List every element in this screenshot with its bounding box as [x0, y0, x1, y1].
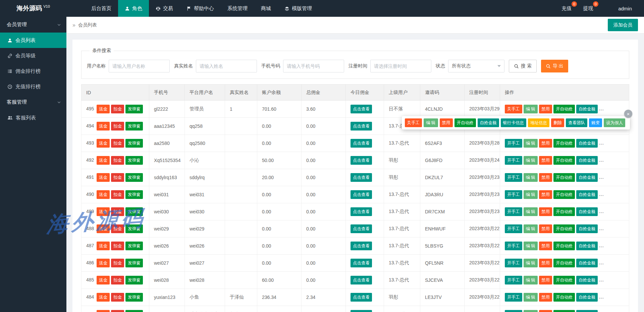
edit-button[interactable]: 编 辑: [524, 276, 538, 284]
grab-amount-button[interactable]: 自抢金额: [576, 173, 598, 182]
nav-item-help[interactable]: 帮助中心: [180, 0, 221, 17]
popup-edit-button[interactable]: 编 辑: [424, 118, 438, 127]
view-today-commission-button[interactable]: 点击查看: [351, 156, 372, 165]
popup-manual-toggle-button[interactable]: 关手工: [405, 118, 422, 127]
popup-close-button[interactable]: ×: [624, 110, 632, 118]
grab-amount-button[interactable]: 自抢金额: [576, 190, 598, 199]
deduct-money-button[interactable]: 扣金: [111, 276, 124, 284]
auto-grab-button[interactable]: 开自动抢: [553, 293, 575, 302]
deduct-money-button[interactable]: 扣金: [111, 173, 124, 182]
view-today-commission-button[interactable]: 点击查看: [351, 190, 372, 199]
deduct-money-button[interactable]: 扣金: [111, 156, 124, 165]
search-input-username[interactable]: [109, 60, 170, 72]
send-money-button[interactable]: 送金: [97, 259, 110, 267]
sidebar-item-commission-ranking[interactable]: 佣金排行榜: [0, 63, 66, 79]
send-money-button[interactable]: 送金: [97, 276, 110, 284]
grab-amount-button[interactable]: 自抢金额: [576, 276, 598, 284]
grab-amount-button[interactable]: 自抢金额: [576, 259, 598, 267]
disable-button[interactable]: 禁用: [539, 190, 552, 199]
view-today-commission-button[interactable]: 点击查看: [351, 122, 372, 131]
popup-address-info-button[interactable]: 地址信息: [528, 118, 549, 127]
deduct-money-button[interactable]: 扣金: [111, 139, 124, 148]
edit-button[interactable]: 编 辑: [524, 190, 538, 199]
deduct-money-button[interactable]: 扣金: [111, 207, 124, 216]
send-popup-button[interactable]: 发弹窗: [125, 224, 143, 233]
sidebar-item-member-level[interactable]: 会员等级: [0, 48, 66, 63]
send-money-button[interactable]: 送金: [97, 156, 110, 165]
send-popup-button[interactable]: 发弹窗: [125, 139, 143, 148]
withdraw-nav-item[interactable]: 提现 0: [577, 0, 599, 17]
more-actions-button[interactable]: ...: [599, 157, 604, 163]
deduct-money-button[interactable]: 扣金: [111, 122, 124, 131]
disable-button[interactable]: 禁用: [539, 259, 552, 267]
edit-button[interactable]: 编 辑: [524, 242, 538, 250]
send-popup-button[interactable]: 发弹窗: [125, 276, 143, 284]
auto-grab-button[interactable]: 开自动抢: [553, 190, 575, 199]
recharge-nav-item[interactable]: 充值 0: [556, 0, 577, 17]
admin-menu[interactable]: admin: [610, 0, 640, 17]
auto-grab-button[interactable]: 开自动抢: [553, 242, 575, 250]
auto-grab-button[interactable]: 开自动抢: [553, 105, 575, 113]
edit-button[interactable]: 编 辑: [524, 139, 538, 148]
deduct-money-button[interactable]: 扣金: [111, 242, 124, 250]
send-money-button[interactable]: 送金: [97, 242, 110, 250]
send-popup-button[interactable]: 发弹窗: [125, 190, 143, 199]
view-today-commission-button[interactable]: 点击查看: [351, 224, 372, 233]
disable-button[interactable]: 禁用: [539, 105, 552, 113]
more-actions-button[interactable]: ...: [599, 192, 604, 197]
edit-button[interactable]: 编 辑: [524, 224, 538, 233]
popup-disable-button[interactable]: 禁用: [440, 118, 453, 127]
disable-button[interactable]: 禁用: [539, 224, 552, 233]
grab-amount-button[interactable]: 自抢金额: [576, 156, 598, 165]
search-input-phone[interactable]: [283, 60, 344, 72]
more-actions-button[interactable]: ...: [599, 294, 604, 300]
send-money-button[interactable]: 送金: [97, 310, 110, 312]
deduct-money-button[interactable]: 扣金: [111, 224, 124, 233]
status-select[interactable]: 所有状态: [448, 60, 504, 72]
manual-toggle-button[interactable]: 开手工: [505, 156, 522, 165]
manual-toggle-button[interactable]: 开手工: [505, 190, 522, 199]
more-actions-button[interactable]: ...: [599, 226, 604, 231]
deduct-money-button[interactable]: 扣金: [111, 310, 124, 312]
auto-grab-button[interactable]: 开自动抢: [553, 276, 575, 284]
deduct-money-button[interactable]: 扣金: [111, 293, 124, 302]
edit-button[interactable]: 编 辑: [524, 293, 538, 302]
export-button[interactable]: 导 出: [541, 60, 568, 72]
grab-amount-button[interactable]: 自抢金额: [576, 310, 598, 312]
grab-amount-button[interactable]: 自抢金额: [576, 139, 598, 148]
disable-button[interactable]: 禁用: [539, 207, 552, 216]
edit-button[interactable]: 编 辑: [524, 173, 538, 182]
auto-grab-button[interactable]: 开自动抢: [553, 310, 575, 312]
sidebar-item-service-list[interactable]: 客服列表: [0, 110, 66, 125]
nav-item-mall[interactable]: 商城: [254, 0, 278, 17]
popup-account-change-button[interactable]: 账变: [589, 118, 602, 127]
popup-bank-info-button[interactable]: 银行卡信息: [501, 118, 527, 127]
send-money-button[interactable]: 送金: [97, 207, 110, 216]
grab-amount-button[interactable]: 自抢金额: [576, 242, 598, 250]
disable-button[interactable]: 禁用: [539, 276, 552, 284]
search-input-realname[interactable]: [196, 60, 257, 72]
view-today-commission-button[interactable]: 点击查看: [351, 105, 372, 113]
disable-button[interactable]: 禁用: [539, 242, 552, 250]
more-actions-button[interactable]: ...: [599, 243, 604, 248]
manual-toggle-button[interactable]: 开手工: [505, 207, 522, 216]
disable-button[interactable]: 禁用: [539, 139, 552, 148]
view-today-commission-button[interactable]: 点击查看: [351, 276, 372, 284]
view-today-commission-button[interactable]: 点击查看: [351, 207, 372, 216]
manual-toggle-button[interactable]: 开手工: [505, 173, 522, 182]
send-popup-button[interactable]: 发弹窗: [125, 310, 143, 312]
send-money-button[interactable]: 送金: [97, 105, 110, 113]
popup-grab-amount-button[interactable]: 自抢金额: [478, 118, 499, 127]
send-popup-button[interactable]: 发弹窗: [125, 242, 143, 250]
send-money-button[interactable]: 送金: [97, 139, 110, 148]
auto-grab-button[interactable]: 开自动抢: [553, 156, 575, 165]
edit-button[interactable]: 编 辑: [524, 259, 538, 267]
send-money-button[interactable]: 送金: [97, 293, 110, 302]
popup-view-team-button[interactable]: 查看团队: [566, 118, 587, 127]
nav-item-role[interactable]: 角色: [118, 0, 149, 17]
manual-toggle-button[interactable]: 开手工: [505, 310, 522, 312]
auto-grab-button[interactable]: 开自动抢: [553, 139, 575, 148]
view-today-commission-button[interactable]: 点击查看: [351, 293, 372, 302]
edit-button[interactable]: 编 辑: [524, 310, 538, 312]
more-actions-button[interactable]: ...: [599, 174, 604, 180]
